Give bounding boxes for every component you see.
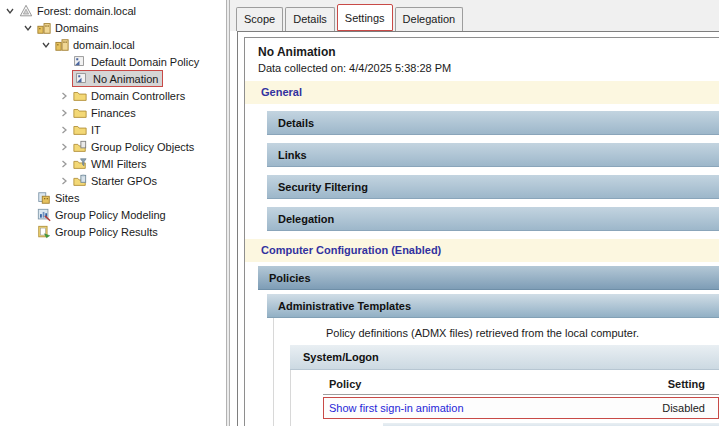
ou-folder-icon [72,122,87,137]
tree-item-label: IT [91,123,101,136]
tree-item-wmi-filters[interactable]: WMI Filters [0,155,226,172]
policy-column-header: Policy [329,378,361,390]
tree-item-group-policy-results[interactable]: Group Policy Results [0,223,226,240]
chevron-right-icon[interactable] [56,156,72,172]
chevron-right-icon[interactable] [56,122,72,138]
tree-item-label: Sites [55,191,79,204]
ou-folder-icon [72,105,87,120]
tree-item-label: Group Policy Modeling [55,208,166,221]
selected-tree-item-annotation[interactable]: No Animation [72,70,163,87]
chevron-right-icon[interactable] [56,88,72,104]
tree-item-starter-gpos[interactable]: Starter GPOs [0,172,226,189]
results-icon [36,224,51,239]
policy-setting-value: Disabled [662,402,705,414]
chevron-down-icon[interactable] [38,37,54,53]
tree-item-label: Starter GPOs [91,174,157,187]
chevron-down-icon[interactable] [2,3,18,19]
modeling-icon [36,207,51,222]
sites-icon [36,190,51,205]
tree-item-label: Domains [55,21,98,34]
tree-item-label: Group Policy Results [55,225,158,238]
starter-gpo-icon [72,173,87,188]
section-security-filtering[interactable]: Security Filtering [267,175,719,199]
chevron-right-icon[interactable] [56,105,72,121]
chevron-down-icon[interactable] [20,20,36,36]
section-computer-configuration[interactable]: Computer Configuration (Enabled) [245,239,719,262]
tree-item-domain-controllers[interactable]: Domain Controllers [0,87,226,104]
report-collected-on: Data collected on: 4/4/2025 5:38:28 PM [258,62,719,74]
tree-item-label: Domain Controllers [91,89,185,102]
policy-link[interactable]: Show first sign-in animation [329,402,464,414]
setting-column-header: Setting [668,378,705,390]
system-logon-content: Policy Setting Show first sign-in animat… [290,370,719,426]
admx-note: Policy definitions (ADMX files) retrieve… [274,318,719,339]
chevron-right-icon[interactable] [56,173,72,189]
section-system-logon[interactable]: System/Logon [290,345,719,370]
domain-icon [54,37,69,52]
tree-item-domain-local[interactable]: domain.local [0,36,226,53]
policy-row-annotation: Show first sign-in animation Disabled [323,397,719,419]
policy-table-header: Policy Setting [323,370,719,395]
tree-item-label: WMI Filters [91,157,147,170]
settings-report: No Animation Data collected on: 4/4/2025… [244,37,719,426]
tree-item-label: Finances [91,106,136,119]
tab-details[interactable]: Details [285,7,335,31]
pane-splitter[interactable] [226,0,230,426]
ou-folder-icon [72,88,87,103]
tab-strip: Scope Details Settings Delegation [230,0,719,31]
tree-item-domains[interactable]: Domains [0,19,226,36]
section-delegation[interactable]: Delegation [267,207,719,231]
report-title: No Animation [258,45,719,59]
tab-scope[interactable]: Scope [236,7,283,31]
section-policies[interactable]: Policies [258,266,719,290]
gpo-folder-icon [72,139,87,154]
gpo-icon [72,54,87,69]
tree-item-it[interactable]: IT [0,121,226,138]
tab-delegation[interactable]: Delegation [395,7,464,31]
tree-item-default-domain-policy[interactable]: Default Domain Policy [0,53,226,70]
tree-item-forest[interactable]: Forest: domain.local [0,2,226,19]
gpmc-tree-pane: Forest: domain.local Domains domain.loca… [0,0,226,426]
section-general[interactable]: General [245,81,719,104]
tree-item-label: domain.local [73,38,135,51]
section-administrative-templates[interactable]: Administrative Templates [267,294,719,318]
tree-item-group-policy-objects[interactable]: Group Policy Objects [0,138,226,155]
administrative-templates-content: Policy definitions (ADMX files) retrieve… [273,318,719,426]
chevron-right-icon[interactable] [56,139,72,155]
domains-icon [36,20,51,35]
tree-item-label: No Animation [93,72,158,85]
tree-item-finances[interactable]: Finances [0,104,226,121]
policy-table: Policy Setting Show first sign-in animat… [323,370,719,426]
section-links[interactable]: Links [267,143,719,167]
section-details[interactable]: Details [267,111,719,135]
tree-item-no-animation[interactable]: No Animation [0,70,226,87]
tree-item-label: Forest: domain.local [37,4,136,17]
gpo-icon [74,71,89,86]
forest-icon [18,3,33,18]
tree-item-label: Group Policy Objects [91,140,194,153]
tree-item-group-policy-modeling[interactable]: Group Policy Modeling [0,206,226,223]
tree-item-sites[interactable]: Sites [0,189,226,206]
tab-settings[interactable]: Settings [337,4,393,31]
tree-item-label: Default Domain Policy [91,55,199,68]
settings-tab-panel: No Animation Data collected on: 4/4/2025… [237,31,719,426]
wmi-filters-icon [72,156,87,171]
